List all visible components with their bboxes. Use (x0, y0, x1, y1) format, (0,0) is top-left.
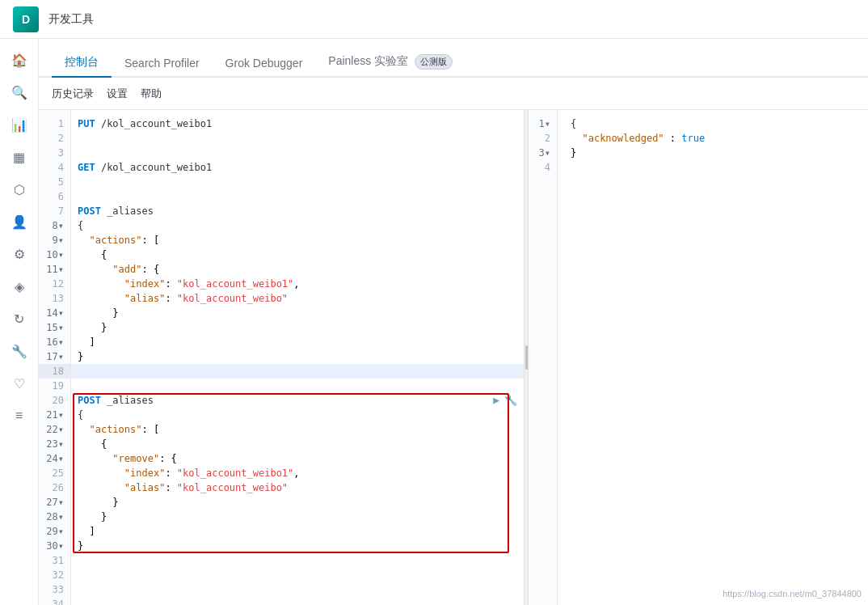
method-post-1: POST (78, 204, 101, 218)
sidebar-icon-settings[interactable]: ≡ (5, 401, 34, 430)
line-num-10[interactable]: 10▾ (39, 248, 70, 262)
line-num-28[interactable]: 28▾ (39, 510, 70, 524)
top-bar: D 开发工具 (0, 0, 868, 39)
sidebar-icon-heart[interactable]: ♡ (5, 369, 34, 398)
line-num-33: 33 (39, 582, 70, 597)
line-num-34: 34 (39, 597, 70, 605)
code-line-1: PUT /kol_account_weibo1 (71, 116, 524, 131)
right-line-num-1[interactable]: 1▾ (529, 116, 557, 131)
code-line-7: POST _aliases (71, 204, 524, 218)
line-numbers: 1 2 3 4 5 6 7 8▾ 9▾ 10▾ 11▾ 12 13 14▾ 15… (39, 110, 71, 605)
line-num-3: 3 (39, 146, 70, 160)
sidebar: 🏠 🔍 📊 ▦ ⬡ 👤 ⚙ ◈ ↻ 🔧 ♡ ≡ (0, 39, 39, 605)
line-num-31: 31 (39, 553, 70, 568)
code-line-13: "alias": "kol_account_weibo" (71, 291, 524, 306)
code-line-2 (71, 131, 524, 146)
line-num-5: 5 (39, 175, 70, 189)
editor-area: 1 2 3 4 5 6 7 8▾ 9▾ 10▾ 11▾ 12 13 14▾ 15… (39, 110, 868, 605)
line-num-17[interactable]: 17▾ (39, 349, 70, 364)
line-num-21[interactable]: 21▾ (39, 408, 70, 422)
code-line-12: "index": "kol_account_weibo1", (71, 277, 524, 291)
toolbar-help[interactable]: 帮助 (141, 87, 162, 101)
right-editor: 1▾ 2 3▾ 4 { "acknowledged" : true } http… (529, 110, 868, 605)
line-num-22[interactable]: 22▾ (39, 422, 70, 437)
right-line-numbers: 1▾ 2 3▾ 4 (529, 110, 558, 605)
code-line-28: } (71, 510, 524, 524)
line-num-4: 4 (39, 160, 70, 175)
code-line-21: { (71, 408, 524, 422)
method-post-2: POST (78, 393, 101, 408)
line-num-2: 2 (39, 131, 70, 146)
line-num-32: 32 (39, 568, 70, 582)
toolbar-settings[interactable]: 设置 (107, 87, 128, 101)
app-logo: D (13, 6, 39, 32)
code-line-24: "remove": { (71, 451, 524, 466)
right-code-line-1: { (564, 116, 862, 131)
sidebar-icon-box[interactable]: ⬡ (5, 175, 34, 204)
code-line-20: POST _aliases ▶ 🔧 (71, 393, 524, 408)
line-num-27[interactable]: 27▾ (39, 495, 70, 510)
line-num-15[interactable]: 15▾ (39, 320, 70, 335)
sidebar-icon-chart[interactable]: 📊 (5, 110, 34, 139)
code-line-23: { (71, 437, 524, 451)
code-line-27: } (71, 495, 524, 510)
right-code-line-4 (564, 160, 862, 175)
line-num-9[interactable]: 9▾ (39, 233, 70, 248)
line-num-29[interactable]: 29▾ (39, 524, 70, 539)
right-line-num-4: 4 (529, 160, 557, 175)
sidebar-icon-grid[interactable]: ▦ (5, 142, 34, 171)
right-code-line-3: } (564, 146, 862, 160)
line-num-6: 6 (39, 189, 70, 204)
toolbar-history[interactable]: 历史记录 (52, 87, 94, 101)
code-editor[interactable]: PUT /kol_account_weibo1 GET /kol_account… (71, 110, 524, 605)
code-line-22: "actions": [ (71, 422, 524, 437)
sidebar-icon-map[interactable]: ◈ (5, 272, 34, 301)
code-line-34 (71, 597, 524, 605)
code-line-14: } (71, 306, 524, 320)
right-line-num-3[interactable]: 3▾ (529, 146, 557, 160)
line-num-25: 25 (39, 466, 70, 480)
code-line-11: "add": { (71, 262, 524, 277)
method-get: GET (78, 160, 95, 175)
line-num-16[interactable]: 16▾ (39, 335, 70, 349)
wrench-icon[interactable]: 🔧 (504, 393, 517, 408)
app-title: 开发工具 (48, 12, 94, 27)
right-line-num-2: 2 (529, 131, 557, 146)
line-num-8[interactable]: 8▾ (39, 218, 70, 233)
tab-painless[interactable]: Painless 实验室 公测版 (315, 48, 466, 78)
code-line-26: "alias": "kol_account_weibo" (71, 480, 524, 495)
line-num-23[interactable]: 23▾ (39, 437, 70, 451)
sidebar-icon-refresh[interactable]: ↻ (5, 304, 34, 333)
code-line-25: "index": "kol_account_weibo1", (71, 466, 524, 480)
divider-handle (525, 345, 528, 370)
code-line-16: ] (71, 335, 524, 349)
line-num-26: 26 (39, 480, 70, 495)
right-code-line-2: "acknowledged" : true (564, 131, 862, 146)
sidebar-icon-tool[interactable]: 🔧 (5, 336, 34, 366)
sidebar-icon-shield[interactable]: 🔍 (5, 78, 34, 107)
beta-badge: 公测版 (415, 54, 453, 70)
code-line-31 (71, 553, 524, 568)
line-num-14[interactable]: 14▾ (39, 306, 70, 320)
line-num-30[interactable]: 30▾ (39, 539, 70, 553)
left-editor[interactable]: 1 2 3 4 5 6 7 8▾ 9▾ 10▾ 11▾ 12 13 14▾ 15… (39, 110, 524, 605)
line-num-24[interactable]: 24▾ (39, 451, 70, 466)
tab-grok-debugger[interactable]: Grok Debugger (213, 50, 316, 78)
nav-tabs: 控制台 Search Profiler Grok Debugger Painle… (39, 39, 868, 78)
code-line-6 (71, 189, 524, 204)
code-line-10: { (71, 248, 524, 262)
sidebar-icon-console[interactable]: 🏠 (5, 45, 34, 74)
line-num-18: 18 (39, 364, 70, 379)
right-code-content[interactable]: { "acknowledged" : true } (558, 110, 868, 605)
tab-search-profiler[interactable]: Search Profiler (112, 50, 213, 78)
code-line-5 (71, 175, 524, 189)
sidebar-icon-flow[interactable]: ⚙ (5, 239, 34, 269)
code-line-17: } (71, 349, 524, 364)
line-num-11[interactable]: 11▾ (39, 262, 70, 277)
toolbar: 历史记录 设置 帮助 (39, 78, 868, 110)
run-icon[interactable]: ▶ (493, 393, 499, 408)
sidebar-icon-user[interactable]: 👤 (5, 207, 34, 236)
tab-console[interactable]: 控制台 (52, 49, 112, 78)
method-put: PUT (78, 116, 95, 131)
code-line-9: "actions": [ (71, 233, 524, 248)
